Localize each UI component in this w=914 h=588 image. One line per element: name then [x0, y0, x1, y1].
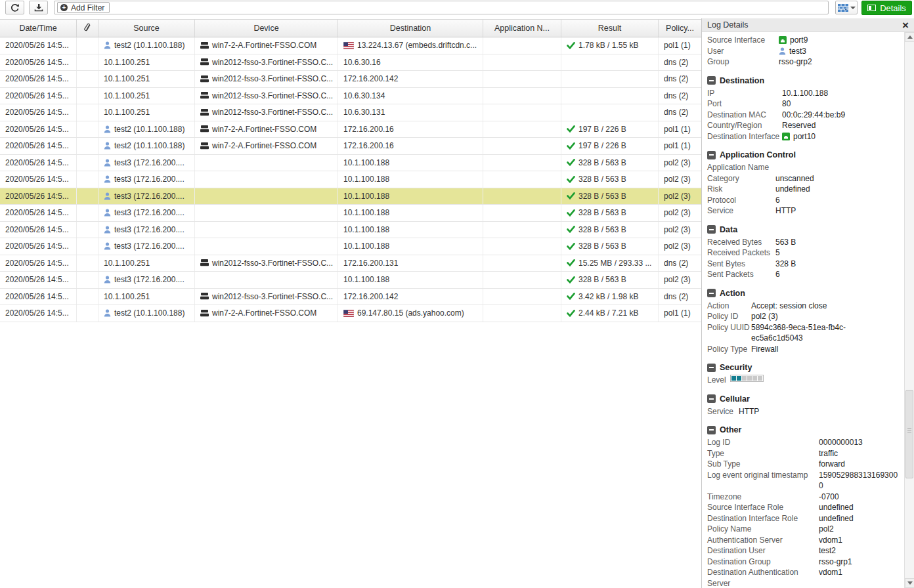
security-level-row: Level — [707, 375, 904, 386]
cell-source: test3 (172.16.200.... — [98, 188, 195, 205]
cell-application — [483, 155, 561, 171]
section-header-data[interactable]: Data — [707, 225, 904, 234]
refresh-button[interactable] — [5, 1, 24, 14]
close-icon[interactable]: × — [902, 20, 909, 31]
user-icon — [104, 226, 111, 234]
cell-policy: dns (2) — [659, 289, 701, 305]
table-row[interactable]: 2020/05/26 14:5... test3 (172.16.200.... — [0, 155, 701, 172]
us-flag-icon — [343, 42, 354, 49]
cell-datetime: 2020/05/26 14:5... — [0, 88, 77, 104]
cell-result: 3.42 kB / 1.98 kB — [561, 289, 659, 305]
cell-result: 2.44 kB / 7.21 kB — [561, 305, 659, 322]
cell-destination: 10.1.100.188 — [338, 205, 483, 221]
table-row[interactable]: 2020/05/26 14:5... test2 (10.1.100.188) … — [0, 37, 701, 54]
column-header-destination[interactable]: Destination — [338, 20, 483, 37]
scrollbar-thumb[interactable] — [905, 390, 913, 478]
cell-result: 328 B / 563 B — [561, 222, 659, 238]
collapse-icon[interactable] — [707, 289, 716, 297]
column-header-policy[interactable]: Policy... — [659, 20, 701, 37]
table-row[interactable]: 2020/05/26 14:5... test3 (172.16.200.... — [0, 188, 701, 205]
cell-destination: 13.224.13.67 (embeds.driftcdn.c... — [338, 37, 483, 54]
filter-bar[interactable]: + Add Filter — [54, 1, 829, 14]
column-header-application[interactable]: Application N... — [483, 20, 561, 37]
cell-device — [195, 171, 338, 188]
user-icon — [779, 47, 786, 55]
cell-datetime: 2020/05/26 14:5... — [0, 255, 77, 272]
log-details-body: Source Interface port9 User — [702, 32, 904, 588]
table-row[interactable]: 2020/05/26 14:5... 10.1.100.251 win2012-… — [0, 71, 701, 88]
check-icon — [567, 192, 575, 200]
cell-result — [561, 71, 659, 87]
add-filter-button[interactable]: + Add Filter — [57, 2, 110, 13]
column-header-device[interactable]: Device — [195, 20, 338, 37]
table-row[interactable]: 2020/05/26 14:5... 10.1.100.251 win2012-… — [0, 104, 701, 121]
section-header-destination[interactable]: Destination — [707, 76, 904, 85]
scroll-down-arrow[interactable] — [905, 578, 914, 588]
cell-attachment — [77, 54, 98, 71]
cell-destination: 10.1.100.188 — [338, 272, 483, 288]
section-header-cellular[interactable]: Cellular — [707, 394, 904, 404]
collapse-icon[interactable] — [707, 426, 716, 434]
panel-scrollbar[interactable] — [904, 32, 914, 588]
cell-attachment — [77, 171, 98, 188]
cell-policy: dns (2) — [659, 88, 701, 104]
cell-result: 197 B / 226 B — [561, 121, 659, 138]
collapse-icon[interactable] — [707, 394, 716, 403]
table-row[interactable]: 2020/05/26 14:5... test3 (172.16.200.... — [0, 171, 701, 188]
cell-application — [483, 88, 561, 104]
table-row[interactable]: 2020/05/26 14:5... test2 (10.1.100.188) … — [0, 305, 701, 322]
table-header: Date/Time Source Device Destination Appl… — [0, 19, 701, 37]
cell-application — [483, 138, 561, 154]
add-filter-label: Add Filter — [71, 3, 104, 12]
collapse-icon[interactable] — [707, 364, 716, 372]
cell-device: win2012-fsso-3.Fortinet-FSSO.C... — [195, 104, 338, 121]
device-icon — [200, 142, 209, 150]
detail-row: Action Accept: session close — [707, 301, 904, 312]
scroll-up-arrow[interactable] — [905, 32, 914, 42]
policy-view-dropdown-button[interactable] — [835, 1, 858, 14]
column-header-source[interactable]: Source — [98, 20, 195, 37]
table-row[interactable]: 2020/05/26 14:5... test3 (172.16.200.... — [0, 205, 701, 222]
cell-policy: pol1 (1) — [659, 138, 701, 154]
table-row[interactable]: 2020/05/26 14:5... 10.1.100.251 win2012-… — [0, 88, 701, 105]
cell-source: 10.1.100.251 — [98, 255, 195, 272]
detail-row: Destination Group rsso-grp1 — [707, 556, 904, 568]
detail-row: Source Interface port9 — [707, 35, 904, 46]
collapse-icon[interactable] — [707, 76, 716, 85]
cell-destination: 10.6.30.131 — [338, 104, 483, 121]
cell-source: test3 (172.16.200.... — [98, 238, 195, 255]
cell-destination: 172.16.200.131 — [338, 255, 483, 272]
collapse-icon[interactable] — [707, 225, 716, 234]
detail-row: Log event original timestamp 15905298831… — [707, 470, 904, 492]
column-header-datetime[interactable]: Date/Time — [0, 20, 77, 37]
detail-row: Destination MAC 00:0c:29:44:be:b9 — [707, 110, 904, 121]
section-header-security[interactable]: Security — [707, 363, 904, 372]
cell-device — [195, 188, 338, 205]
plus-icon: + — [60, 4, 68, 11]
table-row[interactable]: 2020/05/26 14:5... 10.1.100.251 win2012-… — [0, 289, 701, 306]
section-header-application-control[interactable]: Application Control — [707, 150, 904, 159]
section-header-action[interactable]: Action — [707, 289, 904, 298]
collapse-icon[interactable] — [707, 151, 716, 159]
section-header-other[interactable]: Other — [707, 425, 904, 434]
details-toggle-button[interactable]: Details — [861, 1, 912, 15]
download-button[interactable] — [29, 1, 48, 14]
cell-source: test3 (172.16.200.... — [98, 222, 195, 238]
table-row[interactable]: 2020/05/26 14:5... test2 (10.1.100.188) … — [0, 138, 701, 155]
table-row[interactable]: 2020/05/26 14:5... test3 (172.16.200.... — [0, 238, 701, 255]
column-header-result[interactable]: Result — [561, 20, 659, 37]
detail-row: Timezone -0700 — [707, 492, 904, 503]
log-details-header: Log Details × — [702, 18, 914, 32]
table-row[interactable]: 2020/05/26 14:5... 10.1.100.251 win2012-… — [0, 54, 701, 72]
table-row[interactable]: 2020/05/26 14:5... test2 (10.1.100.188) … — [0, 121, 701, 138]
detail-row: Received Bytes 563 B — [707, 237, 904, 248]
cell-application — [483, 305, 561, 322]
table-row[interactable]: 2020/05/26 14:5... test3 (172.16.200.... — [0, 272, 701, 289]
cell-application — [483, 188, 561, 205]
table-row[interactable]: 2020/05/26 14:5... 10.1.100.251 win2012-… — [0, 255, 701, 272]
device-icon — [200, 125, 209, 133]
user-icon — [104, 175, 111, 183]
table-row[interactable]: 2020/05/26 14:5... test3 (172.16.200.... — [0, 222, 701, 239]
column-header-attachment[interactable] — [77, 20, 98, 37]
detail-row: User test3 — [707, 46, 904, 57]
